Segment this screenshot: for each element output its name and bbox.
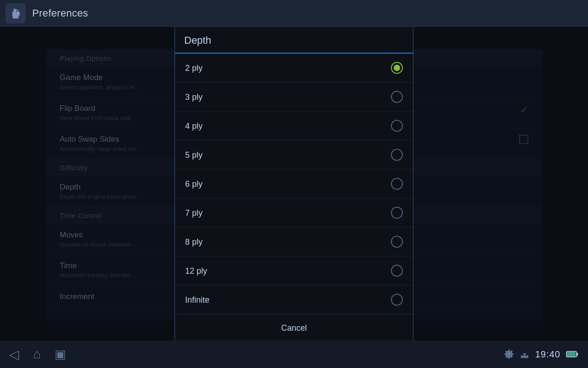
main-content: Playing Options Game Mode Select opponen… [0, 27, 588, 340]
cancel-button[interactable]: Cancel [175, 315, 413, 341]
dialog-option-7ply[interactable]: 7 ply [175, 199, 413, 228]
radio-btn-5ply[interactable] [391, 149, 403, 161]
radio-inner-2ply [394, 65, 400, 71]
dialog-option-2ply[interactable]: 2 ply [175, 54, 413, 83]
radio-btn-8ply[interactable] [391, 236, 403, 248]
radio-btn-6ply[interactable] [391, 178, 403, 190]
svg-point-0 [16, 10, 17, 12]
option-label-infinite: Infinite [185, 295, 209, 305]
battery-icon [566, 351, 579, 358]
svg-rect-3 [577, 353, 578, 356]
dialog-option-4ply[interactable]: 4 ply [175, 112, 413, 141]
option-label-6ply: 6 ply [185, 179, 203, 189]
settings-status-icon [504, 349, 514, 359]
radio-btn-12ply[interactable] [391, 265, 403, 277]
dialog-option-12ply[interactable]: 12 ply [175, 257, 413, 286]
option-label-8ply: 8 ply [185, 237, 203, 247]
nav-icons-left: ◁ ⌂ ▣ [9, 347, 66, 362]
app-icon [6, 3, 26, 23]
option-label-4ply: 4 ply [185, 121, 203, 131]
depth-dialog: Depth 2 ply3 ply4 ply5 ply6 ply7 ply8 pl… [175, 27, 413, 340]
status-right: 19:40 [504, 349, 579, 360]
dialog-header: Depth [175, 27, 413, 54]
top-bar: Preferences [0, 0, 588, 27]
dialog-option-5ply[interactable]: 5 ply [175, 141, 413, 170]
bottom-bar: ◁ ⌂ ▣ 19:40 [0, 340, 588, 368]
dialog-title: Depth [184, 34, 211, 46]
time-display: 19:40 [535, 349, 560, 360]
radio-btn-3ply[interactable] [391, 91, 403, 103]
chess-knight-icon [8, 6, 23, 21]
back-nav-icon[interactable]: ◁ [9, 347, 19, 362]
radio-btn-infinite[interactable] [391, 294, 403, 306]
cancel-label: Cancel [281, 323, 307, 333]
dialog-option-infinite[interactable]: Infinite [175, 286, 413, 315]
dialog-options-list: 2 ply3 ply4 ply5 ply6 ply7 ply8 ply12 pl… [175, 54, 413, 315]
recent-nav-icon[interactable]: ▣ [55, 347, 66, 362]
dialog-option-6ply[interactable]: 6 ply [175, 170, 413, 199]
dialog-option-3ply[interactable]: 3 ply [175, 83, 413, 112]
option-label-3ply: 3 ply [185, 92, 203, 102]
radio-btn-2ply[interactable] [391, 62, 403, 74]
radio-btn-4ply[interactable] [391, 120, 403, 132]
option-label-7ply: 7 ply [185, 208, 203, 218]
download-status-icon [520, 349, 530, 359]
home-nav-icon[interactable]: ⌂ [33, 347, 41, 362]
app-title: Preferences [32, 7, 88, 19]
option-label-5ply: 5 ply [185, 150, 203, 160]
option-label-2ply: 2 ply [185, 63, 203, 73]
option-label-12ply: 12 ply [185, 266, 207, 276]
svg-rect-4 [567, 352, 576, 356]
radio-btn-7ply[interactable] [391, 207, 403, 219]
dialog-option-8ply[interactable]: 8 ply [175, 228, 413, 257]
